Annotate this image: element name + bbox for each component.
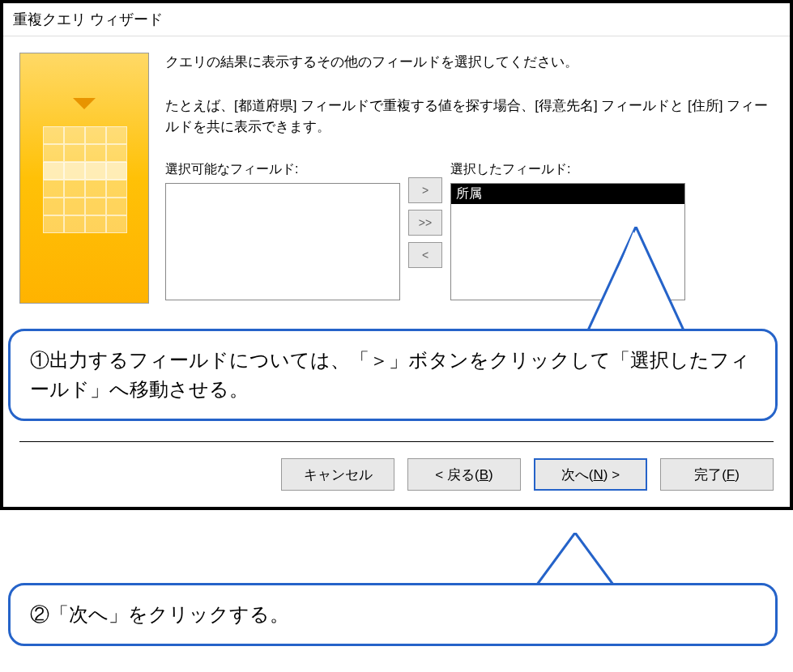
window-title: 重複クエリ ウィザード [3, 3, 790, 36]
selected-fields-label: 選択したフィールド: [450, 161, 685, 178]
back-button[interactable]: < 戻る(B) [407, 458, 521, 491]
cancel-button[interactable]: キャンセル [281, 458, 394, 491]
callout-2-text: ②「次へ」をクリックする。 [30, 603, 289, 625]
list-item[interactable]: 所属 [451, 184, 684, 204]
example-text: たとえば、[都道府県] フィールドで重複する値を探す場合、[得意先名] フィール… [165, 96, 774, 137]
svg-marker-1 [595, 232, 679, 330]
transfer-buttons: > >> < [408, 161, 442, 300]
next-button[interactable]: 次へ(N) > [534, 458, 647, 491]
button-row: キャンセル < 戻る(B) 次へ(N) > 完了(F) [3, 442, 790, 507]
wizard-icon [19, 53, 149, 304]
instruction-text: クエリの結果に表示するその他のフィールドを選択してください。 [165, 53, 774, 71]
callout-2: ②「次へ」をクリックする。 [8, 583, 778, 646]
callout-1-text: ①出力するフィールドについては、「＞」ボタンをクリックして「選択したフィールド」… [30, 349, 750, 400]
available-fields-list[interactable] [165, 183, 400, 300]
add-all-button[interactable]: >> [408, 210, 442, 236]
remove-button[interactable]: < [408, 242, 442, 268]
finish-button[interactable]: 完了(F) [660, 458, 774, 491]
add-button[interactable]: > [408, 177, 442, 203]
available-fields-label: 選択可能なフィールド: [165, 161, 400, 178]
callout-1: ①出力するフィールドについては、「＞」ボタンをクリックして「選択したフィールド」… [8, 329, 778, 421]
